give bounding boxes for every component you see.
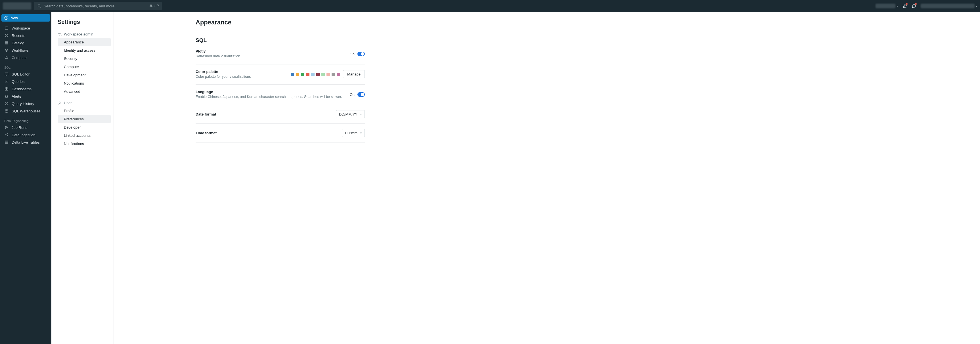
section-title-sql: SQL — [196, 37, 365, 43]
svg-rect-32 — [5, 141, 8, 143]
sidebar-heading-data-engineering: Data Engineering — [2, 118, 50, 124]
language-toggle[interactable] — [358, 92, 365, 97]
assistant-icon[interactable] — [912, 4, 916, 8]
settings-link-linked-accounts[interactable]: Linked accounts — [57, 131, 111, 140]
catalog-icon — [4, 41, 9, 45]
sidebar-item-label: Compute — [12, 56, 27, 60]
palette-swatch — [291, 73, 294, 76]
setting-label: Plotly — [196, 49, 344, 53]
page-title: Appearance — [196, 19, 365, 26]
svg-line-1 — [40, 7, 41, 8]
settings-link-notifications[interactable]: Notifications — [57, 79, 111, 88]
palette-swatch — [326, 73, 330, 76]
svg-rect-22 — [7, 88, 8, 89]
chevron-down-icon: ▾ — [897, 5, 898, 8]
svg-rect-17 — [5, 73, 8, 75]
sidebar-item-label: Job Runs — [12, 126, 27, 130]
query-icon — [4, 79, 9, 84]
sidebar-item-label: Workflows — [12, 48, 29, 53]
setting-label: Time format — [196, 131, 336, 135]
settings-link-security[interactable]: Security — [57, 54, 111, 63]
sidebar-item-dashboards[interactable]: Dashboards — [2, 85, 50, 92]
account-menu[interactable]: ▾ — [921, 4, 977, 8]
chevron-down-icon: ▾ — [360, 131, 362, 135]
setting-row-color-palette: Color palette Color palette for your vis… — [196, 64, 365, 85]
global-search[interactable]: Search data, notebooks, recents, and mor… — [34, 2, 162, 10]
settings-section-user: User — [57, 101, 111, 105]
setting-row-language: Language Enable Chinese, Japanese, and K… — [196, 84, 365, 105]
dashboard-icon — [4, 86, 9, 91]
job-runs-icon — [4, 125, 9, 130]
workflow-icon — [4, 48, 9, 53]
setting-label: Color palette — [196, 70, 285, 74]
settings-link-identity-access[interactable]: Identity and access — [57, 46, 111, 54]
svg-point-38 — [59, 102, 60, 103]
sidebar-item-workflows[interactable]: Workflows — [2, 46, 50, 54]
sidebar-item-recents[interactable]: Recents — [2, 32, 50, 39]
plotly-toggle[interactable] — [358, 52, 365, 56]
select-value: DD/MM/YY — [339, 112, 358, 116]
palette-swatch — [311, 73, 315, 76]
time-format-select[interactable]: HH:mm ▾ — [342, 129, 365, 137]
settings-link-advanced[interactable]: Advanced — [57, 88, 111, 96]
settings-title: Settings — [57, 19, 111, 25]
palette-swatch — [332, 73, 335, 76]
svg-point-36 — [59, 33, 60, 34]
divider — [196, 29, 365, 29]
sidebar-item-workspace[interactable]: Workspace — [2, 24, 50, 32]
sidebar-item-compute[interactable]: Compute — [2, 54, 50, 61]
settings-link-development[interactable]: Development — [57, 71, 111, 79]
sidebar-heading-sql: SQL — [2, 64, 50, 70]
svg-point-16 — [6, 51, 7, 51]
svg-point-15 — [7, 49, 8, 49]
user-icon — [57, 101, 62, 105]
sidebar-item-queries[interactable]: Queries — [2, 78, 50, 85]
svg-rect-24 — [7, 89, 8, 91]
setting-desc: Color palette for your visualizations — [196, 74, 285, 80]
sidebar-item-catalog[interactable]: Catalog — [2, 39, 50, 46]
sidebar-item-delta-live-tables[interactable]: Delta Live Tables — [2, 139, 50, 146]
svg-rect-21 — [5, 88, 6, 89]
settings-link-user-notifications[interactable]: Notifications — [57, 140, 111, 148]
workspace-logo[interactable] — [3, 2, 31, 10]
settings-link-preferences[interactable]: Preferences — [57, 115, 111, 123]
settings-link-appearance[interactable]: Appearance — [57, 38, 111, 46]
setting-row-date-format: Date format DD/MM/YY ▾ — [196, 105, 365, 124]
settings-link-developer[interactable]: Developer — [57, 123, 111, 131]
sidebar-item-sql-editor[interactable]: SQL Editor — [2, 70, 50, 78]
chevron-down-icon: ▾ — [360, 113, 362, 116]
date-format-select[interactable]: DD/MM/YY ▾ — [336, 110, 365, 118]
new-button[interactable]: New — [2, 14, 50, 22]
workspace-switcher[interactable]: ▾ — [875, 4, 898, 8]
settings-section-label: User — [64, 101, 72, 105]
svg-point-14 — [5, 49, 6, 49]
settings-link-compute[interactable]: Compute — [57, 63, 111, 71]
settings-link-profile[interactable]: Profile — [57, 107, 111, 115]
sidebar-item-sql-warehouses[interactable]: SQL Warehouses — [2, 107, 50, 115]
svg-rect-11 — [5, 41, 8, 42]
folder-icon — [4, 26, 9, 30]
sidebar-item-label: Query History — [12, 102, 34, 106]
manage-palette-button[interactable]: Manage — [343, 70, 365, 78]
palette-swatch — [316, 73, 320, 76]
cloud-icon — [4, 55, 9, 60]
sidebar-item-data-ingestion[interactable]: Data Ingestion — [2, 131, 50, 139]
palette-swatch — [296, 73, 299, 76]
delta-live-tables-icon — [4, 140, 9, 145]
setting-label: Date format — [196, 112, 330, 116]
new-button-label: New — [11, 16, 18, 20]
svg-rect-23 — [5, 89, 6, 91]
gift-icon[interactable] — [902, 4, 907, 8]
setting-desc: Refreshed data visualization — [196, 54, 344, 59]
sidebar-item-label: Queries — [12, 80, 25, 84]
palette-swatch — [306, 73, 309, 76]
sidebar-item-query-history[interactable]: Query History — [2, 100, 50, 107]
settings-nav: Settings Workspace admin Appearance Iden… — [51, 12, 114, 344]
ingestion-icon — [4, 132, 9, 137]
sidebar-item-job-runs[interactable]: Job Runs — [2, 124, 50, 131]
sidebar-item-label: Workspace — [12, 26, 30, 30]
sidebar-item-alerts[interactable]: Alerts — [2, 92, 50, 100]
warehouse-icon — [4, 109, 9, 113]
settings-section-label: Workspace admin — [64, 32, 94, 36]
setting-desc: Enable Chinese, Japanese, and Korean cha… — [196, 94, 344, 100]
